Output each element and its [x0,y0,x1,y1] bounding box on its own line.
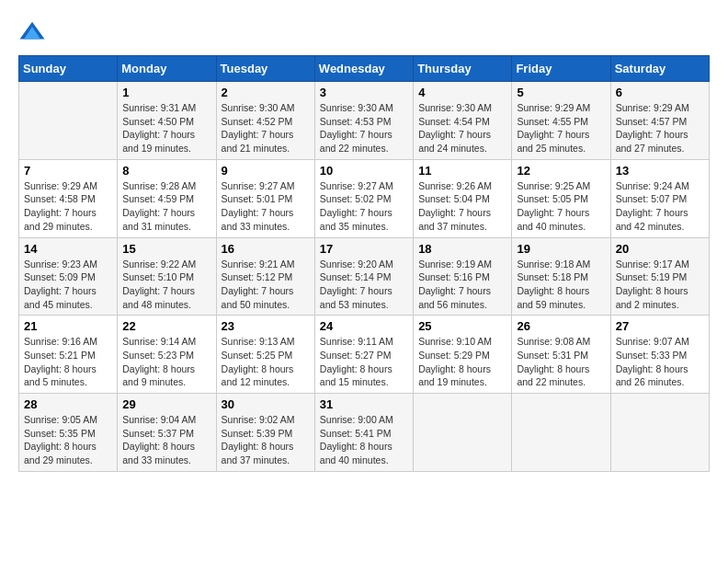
day-info: Sunrise: 9:27 AMSunset: 5:01 PMDaylight:… [222,179,310,234]
calendar-cell: 14Sunrise: 9:23 AMSunset: 5:09 PMDayligh… [19,237,118,316]
calendar-cell: 9Sunrise: 9:27 AMSunset: 5:01 PMDaylight… [216,159,314,237]
day-number: 9 [222,164,310,178]
calendar-cell: 7Sunrise: 9:29 AMSunset: 4:58 PMDaylight… [19,159,118,237]
col-header-monday: Monday [118,56,216,82]
calendar-cell: 18Sunrise: 9:19 AMSunset: 5:16 PMDayligh… [414,237,512,316]
day-number: 3 [320,86,408,99]
day-info: Sunrise: 9:10 AMSunset: 5:29 PMDaylight:… [418,335,506,389]
day-info: Sunrise: 9:25 AMSunset: 5:05 PMDaylight:… [517,179,605,234]
day-info: Sunrise: 9:30 AMSunset: 4:52 PMDaylight:… [222,101,310,155]
day-number: 10 [320,164,408,178]
day-number: 7 [24,164,112,178]
calendar-cell: 23Sunrise: 9:13 AMSunset: 5:25 PMDayligh… [216,316,314,394]
day-number: 28 [24,397,112,411]
day-number: 22 [122,319,210,333]
calendar-cell: 15Sunrise: 9:22 AMSunset: 5:10 PMDayligh… [118,237,216,316]
day-info: Sunrise: 9:23 AMSunset: 5:09 PMDaylight:… [24,258,112,312]
day-number: 30 [222,397,310,411]
day-info: Sunrise: 9:19 AMSunset: 5:16 PMDaylight:… [418,258,506,312]
day-info: Sunrise: 9:07 AMSunset: 5:33 PMDaylight:… [616,335,704,389]
day-info: Sunrise: 9:05 AMSunset: 5:35 PMDaylight:… [24,413,112,467]
day-info: Sunrise: 9:24 AMSunset: 5:07 PMDaylight:… [616,179,704,234]
day-number: 6 [616,86,704,99]
week-row-4: 21Sunrise: 9:16 AMSunset: 5:21 PMDayligh… [19,316,710,394]
day-info: Sunrise: 9:00 AMSunset: 5:41 PMDaylight:… [320,413,408,467]
calendar-cell: 19Sunrise: 9:18 AMSunset: 5:18 PMDayligh… [512,237,610,316]
calendar-cell: 30Sunrise: 9:02 AMSunset: 5:39 PMDayligh… [216,394,314,472]
day-info: Sunrise: 9:04 AMSunset: 5:37 PMDaylight:… [122,413,210,467]
day-info: Sunrise: 9:08 AMSunset: 5:31 PMDaylight:… [517,335,605,389]
calendar-cell: 28Sunrise: 9:05 AMSunset: 5:35 PMDayligh… [19,394,118,472]
day-info: Sunrise: 9:30 AMSunset: 4:53 PMDaylight:… [320,101,408,155]
calendar-cell: 1Sunrise: 9:31 AMSunset: 4:50 PMDaylight… [118,82,216,160]
day-info: Sunrise: 9:29 AMSunset: 4:57 PMDaylight:… [616,101,704,155]
calendar-cell: 29Sunrise: 9:04 AMSunset: 5:37 PMDayligh… [118,394,216,472]
calendar-cell: 6Sunrise: 9:29 AMSunset: 4:57 PMDaylight… [610,82,709,160]
day-info: Sunrise: 9:17 AMSunset: 5:19 PMDaylight:… [616,258,704,312]
day-info: Sunrise: 9:13 AMSunset: 5:25 PMDaylight:… [222,335,310,389]
week-row-3: 14Sunrise: 9:23 AMSunset: 5:09 PMDayligh… [19,237,710,316]
day-number: 11 [418,164,506,178]
col-header-tuesday: Tuesday [216,56,314,82]
day-number: 15 [122,242,210,256]
calendar-cell: 27Sunrise: 9:07 AMSunset: 5:33 PMDayligh… [610,316,709,394]
day-info: Sunrise: 9:27 AMSunset: 5:02 PMDaylight:… [320,179,408,234]
day-info: Sunrise: 9:26 AMSunset: 5:04 PMDaylight:… [418,179,506,234]
day-number: 4 [418,86,506,99]
day-info: Sunrise: 9:30 AMSunset: 4:54 PMDaylight:… [418,101,506,155]
calendar-cell: 22Sunrise: 9:14 AMSunset: 5:23 PMDayligh… [118,316,216,394]
calendar-cell: 24Sunrise: 9:11 AMSunset: 5:27 PMDayligh… [314,316,413,394]
day-number: 1 [122,86,210,99]
day-number: 21 [24,319,112,333]
col-header-saturday: Saturday [610,56,709,82]
week-row-5: 28Sunrise: 9:05 AMSunset: 5:35 PMDayligh… [19,394,710,472]
day-number: 26 [517,319,605,333]
day-info: Sunrise: 9:21 AMSunset: 5:12 PMDaylight:… [222,258,310,312]
calendar-header-row: SundayMondayTuesdayWednesdayThursdayFrid… [19,56,710,82]
day-number: 20 [616,242,704,256]
day-number: 25 [418,319,506,333]
calendar-cell: 12Sunrise: 9:25 AMSunset: 5:05 PMDayligh… [512,159,610,237]
calendar-cell: 8Sunrise: 9:28 AMSunset: 4:59 PMDaylight… [118,159,216,237]
day-number: 13 [616,164,704,178]
day-number: 12 [517,164,605,178]
logo-icon [18,18,46,46]
day-info: Sunrise: 9:18 AMSunset: 5:18 PMDaylight:… [517,258,605,312]
day-number: 19 [517,242,605,256]
day-number: 17 [320,242,408,256]
calendar-cell: 21Sunrise: 9:16 AMSunset: 5:21 PMDayligh… [19,316,118,394]
col-header-friday: Friday [512,56,610,82]
col-header-thursday: Thursday [414,56,512,82]
day-number: 29 [122,397,210,411]
day-info: Sunrise: 9:11 AMSunset: 5:27 PMDaylight:… [320,335,408,389]
calendar-cell: 17Sunrise: 9:20 AMSunset: 5:14 PMDayligh… [314,237,413,316]
page-header [18,18,710,46]
calendar-cell: 3Sunrise: 9:30 AMSunset: 4:53 PMDaylight… [314,82,413,160]
day-info: Sunrise: 9:02 AMSunset: 5:39 PMDaylight:… [222,413,310,467]
day-number: 8 [122,164,210,178]
day-number: 14 [24,242,112,256]
calendar-cell: 10Sunrise: 9:27 AMSunset: 5:02 PMDayligh… [314,159,413,237]
calendar-cell: 26Sunrise: 9:08 AMSunset: 5:31 PMDayligh… [512,316,610,394]
col-header-sunday: Sunday [19,56,118,82]
day-number: 2 [222,86,310,99]
day-info: Sunrise: 9:28 AMSunset: 4:59 PMDaylight:… [122,179,210,234]
calendar-cell [414,394,512,472]
day-number: 24 [320,319,408,333]
calendar-cell: 20Sunrise: 9:17 AMSunset: 5:19 PMDayligh… [610,237,709,316]
week-row-2: 7Sunrise: 9:29 AMSunset: 4:58 PMDaylight… [19,159,710,237]
day-number: 5 [517,86,605,99]
day-info: Sunrise: 9:14 AMSunset: 5:23 PMDaylight:… [122,335,210,389]
week-row-1: 1Sunrise: 9:31 AMSunset: 4:50 PMDaylight… [19,82,710,160]
calendar-cell [610,394,709,472]
calendar-cell [19,82,118,160]
day-info: Sunrise: 9:22 AMSunset: 5:10 PMDaylight:… [122,258,210,312]
day-info: Sunrise: 9:20 AMSunset: 5:14 PMDaylight:… [320,258,408,312]
day-number: 27 [616,319,704,333]
calendar-cell: 2Sunrise: 9:30 AMSunset: 4:52 PMDaylight… [216,82,314,160]
calendar-cell: 5Sunrise: 9:29 AMSunset: 4:55 PMDaylight… [512,82,610,160]
day-info: Sunrise: 9:31 AMSunset: 4:50 PMDaylight:… [122,101,210,155]
logo [18,18,50,46]
day-number: 16 [222,242,310,256]
day-number: 31 [320,397,408,411]
